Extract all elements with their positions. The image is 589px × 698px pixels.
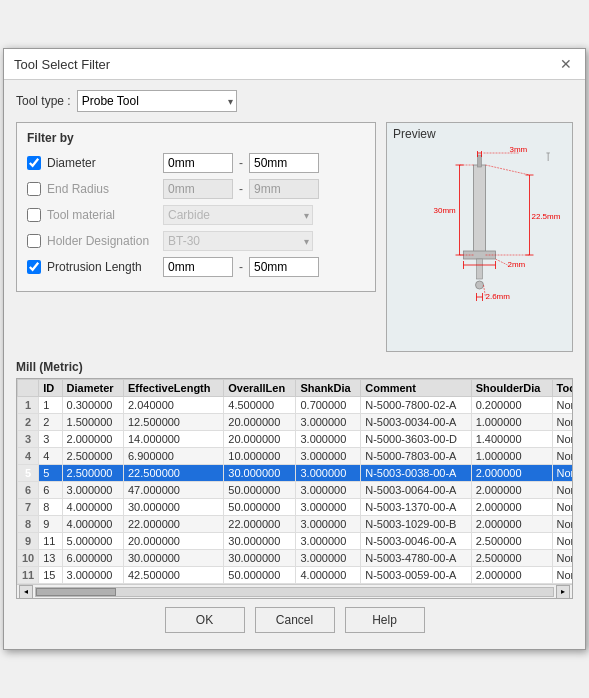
dialog: Tool Select Filter ✕ Tool type : Probe T… [3,48,586,650]
dim-2-6mm: 2.6mm [486,292,511,301]
table-body: 1 1 0.300000 2.040000 4.500000 0.700000 … [18,397,573,584]
table-row[interactable]: 6 6 3.000000 47.000000 50.000000 3.00000… [18,482,573,499]
cell-comment: N-5003-0064-00-A [361,482,471,499]
table-row[interactable]: 1 1 0.300000 2.040000 4.500000 0.700000 … [18,397,573,414]
close-button[interactable]: ✕ [557,55,575,73]
table-row[interactable]: 10 13 6.000000 30.000000 30.000000 3.000… [18,550,573,567]
cell-diameter: 4.000000 [62,499,123,516]
cell-toolid: None [552,431,572,448]
table-row[interactable]: 11 15 3.000000 42.500000 50.000000 4.000… [18,567,573,584]
table-scroll[interactable]: ID Diameter EffectiveLength OverallLen S… [17,379,572,584]
table-row[interactable]: 7 8 4.000000 30.000000 50.000000 3.00000… [18,499,573,516]
cell-toolid: None [552,567,572,584]
cell-eff-len: 12.500000 [123,414,223,431]
tools-table: ID Diameter EffectiveLength OverallLen S… [17,379,572,584]
filter-title: Filter by [27,131,365,145]
cell-overall: 30.000000 [224,533,296,550]
filter-row-diameter: Diameter - [27,153,365,173]
tool-type-select[interactable]: Probe Tool Mill Drill Tap Reamer [77,90,237,112]
filter-group: Filter by Diameter - End Radius [16,122,376,292]
cell-id: 2 [39,414,62,431]
protrusion-checkbox[interactable] [27,260,41,274]
ok-button[interactable]: OK [165,607,245,633]
col-overall: OverallLen [224,380,296,397]
scroll-right-btn[interactable]: ▸ [556,585,570,599]
cell-shank: 3.000000 [296,448,361,465]
help-button[interactable]: Help [345,607,425,633]
end-radius-min-input [163,179,233,199]
cell-diameter: 3.000000 [62,567,123,584]
scroll-left-btn[interactable]: ◂ [19,585,33,599]
cell-diameter: 3.000000 [62,482,123,499]
cancel-button[interactable]: Cancel [255,607,335,633]
cell-toolid: None [552,414,572,431]
diameter-sep: - [239,156,243,170]
table-row[interactable]: 5 5 2.500000 22.500000 30.000000 3.00000… [18,465,573,482]
filter-row-tool-material: Tool material Carbide [27,205,365,225]
cell-id: 8 [39,499,62,516]
cell-rownum: 5 [18,465,39,482]
filter-row-holder: Holder Designation BT-30 [27,231,365,251]
cell-shank: 4.000000 [296,567,361,584]
end-radius-label: End Radius [47,182,157,196]
scroll-thumb[interactable] [36,588,116,596]
main-area: Filter by Diameter - End Radius [16,122,573,352]
dim-22-5mm: 22.5mm [532,212,561,221]
cell-toolid: None [552,397,572,414]
col-shank: ShankDia [296,380,361,397]
cell-overall: 4.500000 [224,397,296,414]
dim-3mm: 3mm [510,145,528,154]
end-radius-checkbox[interactable] [27,182,41,196]
table-row[interactable]: 4 4 2.500000 6.900000 10.000000 3.000000… [18,448,573,465]
tool-material-dropdown-wrapper: Carbide [163,205,313,225]
cell-rownum: 10 [18,550,39,567]
table-row[interactable]: 3 3 2.000000 14.000000 20.000000 3.00000… [18,431,573,448]
tool-material-checkbox[interactable] [27,208,41,222]
cell-diameter: 0.300000 [62,397,123,414]
cell-id: 13 [39,550,62,567]
diameter-checkbox[interactable] [27,156,41,170]
cell-toolid: None [552,465,572,482]
svg-line-27 [484,285,486,297]
svg-line-22 [486,165,530,175]
diameter-min-input[interactable] [163,153,233,173]
cell-diameter: 2.500000 [62,465,123,482]
table-row[interactable]: 9 11 5.000000 20.000000 30.000000 3.0000… [18,533,573,550]
cell-shoulder: 1.000000 [471,414,552,431]
cell-comment: N-5003-1029-00-B [361,516,471,533]
holder-checkbox[interactable] [27,234,41,248]
preview-panel: Preview ⊺ [386,122,573,352]
cell-id: 9 [39,516,62,533]
table-row[interactable]: 2 2 1.500000 12.500000 20.000000 3.00000… [18,414,573,431]
cell-overall: 30.000000 [224,465,296,482]
cell-diameter: 4.000000 [62,516,123,533]
cell-shoulder: 2.000000 [471,567,552,584]
diameter-max-input[interactable] [249,153,319,173]
cell-comment: N-5003-4780-00-A [361,550,471,567]
cell-id: 1 [39,397,62,414]
cell-overall: 50.000000 [224,482,296,499]
cell-eff-len: 22.500000 [123,465,223,482]
protrusion-max-input[interactable] [249,257,319,277]
cell-shoulder: 2.500000 [471,550,552,567]
svg-rect-4 [477,259,483,279]
svg-line-26 [496,259,508,265]
svg-rect-3 [464,251,496,259]
cell-rownum: 2 [18,414,39,431]
diameter-label: Diameter [47,156,157,170]
protrusion-min-input[interactable] [163,257,233,277]
cell-diameter: 2.500000 [62,448,123,465]
dialog-title: Tool Select Filter [14,57,110,72]
button-row: OK Cancel Help [16,599,573,639]
cell-toolid: None [552,448,572,465]
cell-rownum: 4 [18,448,39,465]
holder-dropdown-wrapper: BT-30 [163,231,313,251]
cell-shank: 3.000000 [296,431,361,448]
scroll-track[interactable] [35,587,554,597]
svg-rect-2 [478,155,482,167]
tool-type-select-wrapper[interactable]: Probe Tool Mill Drill Tap Reamer [77,90,237,112]
table-row[interactable]: 8 9 4.000000 22.000000 22.000000 3.00000… [18,516,573,533]
cell-rownum: 3 [18,431,39,448]
table-title: Mill (Metric) [16,360,573,374]
horizontal-scrollbar[interactable]: ◂ ▸ [17,584,572,598]
